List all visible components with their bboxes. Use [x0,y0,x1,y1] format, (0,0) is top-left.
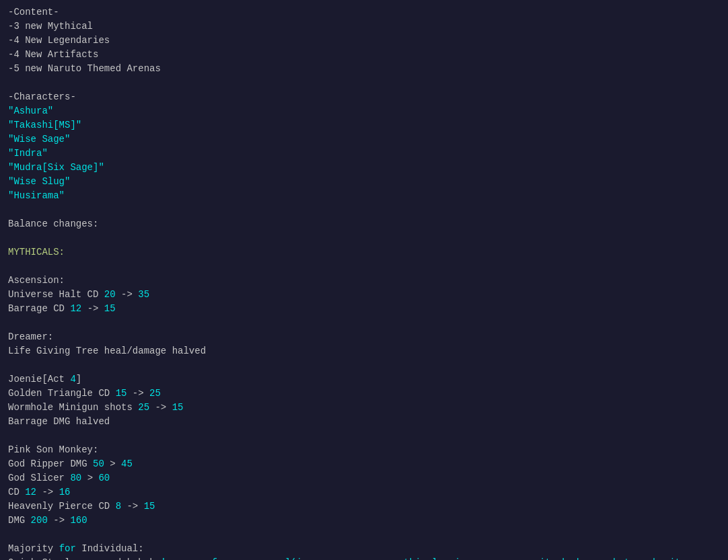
text-line: DMG 200 -> 160 [8,514,720,528]
text-line: Pink Son Monkey: [8,443,720,457]
text-line: Ascension: [8,274,720,288]
text-line [8,429,720,443]
text-line: -5 new Naruto Themed Arenas [8,62,720,76]
text-line: Life Giving Tree heal/damage halved [8,344,720,358]
text-line: "Indra" [8,147,720,161]
text-line: "Wise Sage" [8,132,720,147]
text-line: -Characters- [8,90,720,104]
text-line: Wormhole Minigun shots 25 -> 15 [8,401,720,415]
text-line: Barrage DMG halved [8,415,720,429]
text-line [8,358,720,372]
text-line: "Takashi[MS]" [8,118,720,132]
text-line: CD 12 -> 16 [8,485,720,499]
text-line: "Wise Slug" [8,175,720,189]
text-line: "Ashura" [8,104,720,118]
text-line: Heavenly Pierce CD 8 -> 15 [8,499,720,514]
text-line: Golden Triangle CD 15 -> 25 [8,387,720,401]
text-line: -3 new Mythical [8,19,720,34]
text-line [8,259,720,274]
text-line [8,231,720,245]
text-line: Universe Halt CD 20 -> 35 [8,288,720,302]
text-line: God Ripper DMG 50 > 45 [8,457,720,471]
text-line: Balance changes: [8,217,720,231]
text-line: Joenie[Act 4] [8,372,720,387]
text-line [8,528,720,542]
text-line: Dreamer: [8,330,720,344]
text-line: Majority for Individual: [8,542,720,556]
main-content: -Content--3 new Mythical-4 New Legendari… [8,5,720,560]
text-line [8,76,720,90]
text-line: -Content- [8,5,720,19]
text-line: "Mudra[Six Sage]" [8,161,720,175]
text-line: God Slicer 80 > 60 [8,471,720,485]
text-line: "Husirama" [8,189,720,203]
text-line: -4 New Legendaries [8,34,720,48]
text-line: Barrage CD 12 -> 15 [8,302,720,316]
text-line [8,203,720,217]
text-line [8,316,720,330]
text-line: MYTHICALS: [8,245,720,259]
text-line: -4 New Artifacts [8,48,720,62]
text-line: Quirk Steal: removed kubaku's moves from… [8,556,720,560]
